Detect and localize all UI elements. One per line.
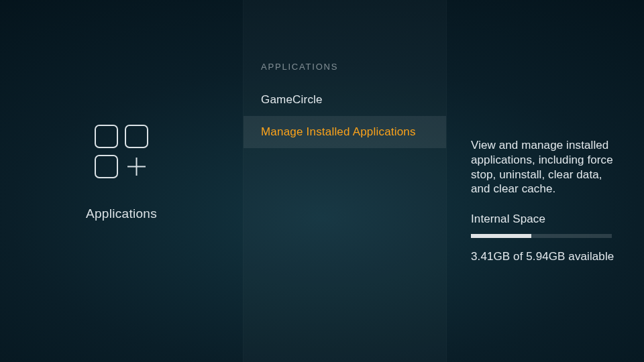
item-description: View and manage installed applications, …	[471, 138, 617, 196]
applications-title: Applications	[86, 206, 157, 221]
menu-item-manage-installed-applications[interactable]: Manage Installed Applications	[244, 116, 446, 148]
storage-text: 3.41GB of 5.94GB available	[471, 250, 617, 263]
storage-bar-fill	[471, 234, 531, 238]
svg-rect-1	[125, 125, 148, 147]
svg-rect-2	[95, 156, 117, 178]
left-pane: Applications	[0, 0, 243, 362]
storage-bar	[471, 234, 612, 238]
storage-label: Internal Space	[471, 213, 617, 226]
menu-pane: APPLICATIONS GameCircle Manage Installed…	[243, 0, 447, 362]
applications-icon	[91, 121, 152, 185]
menu-header: APPLICATIONS	[244, 0, 446, 84]
menu-item-gamecircle[interactable]: GameCircle	[244, 84, 446, 116]
detail-pane: View and manage installed applications, …	[447, 0, 644, 362]
svg-rect-0	[95, 125, 117, 147]
